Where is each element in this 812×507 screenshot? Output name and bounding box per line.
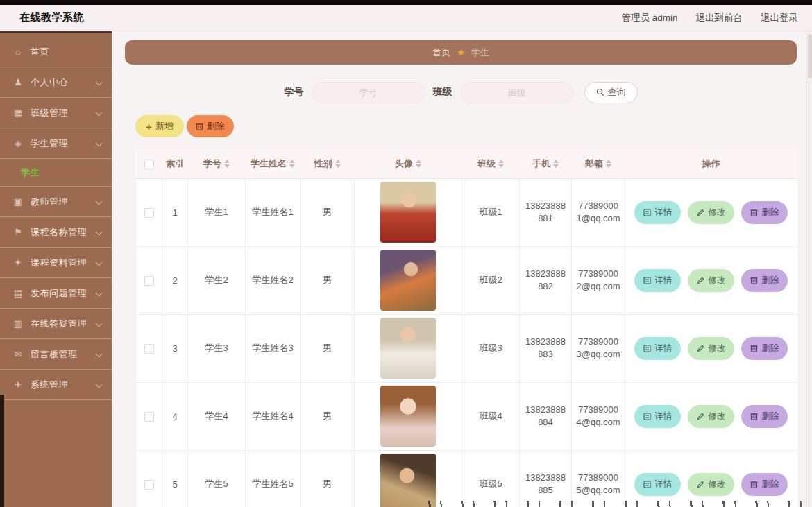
sort-icon[interactable] (289, 160, 295, 168)
sidebar-item-student-management[interactable]: ◈ 学生管理 (0, 128, 112, 159)
breadcrumb-current: 学生 (471, 46, 489, 59)
breadcrumb-home-link[interactable]: 首页 (432, 46, 450, 59)
cell-index: 4 (162, 382, 188, 450)
sidebar-item-message-board-management[interactable]: ✉ 留言板管理 (0, 339, 112, 370)
trash-icon (750, 276, 758, 284)
cell-student-no: 学生4 (188, 382, 246, 450)
cell-phone: 13823888884 (520, 382, 572, 450)
delete-button[interactable]: 删除 (741, 405, 788, 428)
sort-icon[interactable] (606, 160, 611, 168)
sidebar-item-home[interactable]: ⌂ 首页 (0, 37, 112, 67)
sort-icon[interactable] (498, 160, 504, 168)
detail-button[interactable]: 详情 (634, 405, 681, 428)
pencil-icon (697, 209, 704, 216)
cell-class: 班级3 (462, 314, 520, 382)
sidebar-item-label: 课程资料管理 (31, 257, 96, 269)
cell-index: 1 (162, 178, 188, 246)
class-input[interactable] (461, 82, 573, 103)
sidebar-item-question-management[interactable]: ▤ 发布问题管理 (0, 278, 112, 309)
query-button[interactable]: 查询 (584, 82, 638, 103)
chevron-down-icon (96, 260, 102, 266)
question-icon: ▤ (12, 288, 24, 298)
sort-icon[interactable] (553, 160, 559, 168)
vertical-scrollbar[interactable] (806, 31, 812, 507)
chevron-down-icon (96, 321, 102, 327)
logout-link[interactable]: 退出登录 (761, 12, 798, 24)
cell-class: 班级1 (462, 178, 520, 246)
table-row: 1 学生1 学生姓名1 男 班级1 13823888881 773890001@… (136, 178, 797, 246)
sidebar-item-label: 课程名称管理 (31, 226, 96, 239)
app-header: 在线教学系统 管理员 admin 退出到前台 退出登录 (0, 5, 812, 31)
class-icon: ▦ (12, 108, 24, 118)
sidebar-item-course-material-management[interactable]: ✦ 课程资料管理 (0, 248, 112, 278)
sidebar-item-class-management[interactable]: ▦ 班级管理 (0, 98, 112, 128)
avatar (380, 318, 436, 379)
trash-icon (750, 344, 758, 352)
sidebar-subitem-label: 学生 (21, 166, 40, 179)
student-no-label: 学号 (285, 86, 304, 98)
edit-button[interactable]: 修改 (688, 269, 734, 292)
breadcrumb: 首页 ★ 学生 (125, 40, 797, 65)
admin-user-link[interactable]: 管理员 admin (621, 12, 677, 24)
student-no-input[interactable] (312, 82, 425, 103)
sort-icon[interactable] (335, 160, 341, 168)
detail-button[interactable]: 详情 (634, 337, 681, 360)
chevron-down-icon (96, 291, 102, 296)
cell-email: 773890004@qq.com (572, 382, 625, 450)
cell-student-no: 学生1 (188, 178, 246, 246)
student-icon: ◈ (12, 138, 24, 148)
message-board-icon: ✉ (12, 349, 24, 359)
cell-phone: 13823888882 (520, 246, 572, 314)
chevron-down-icon (96, 230, 102, 235)
sidebar-item-online-qa-management[interactable]: ▥ 在线答疑管理 (0, 309, 112, 339)
sidebar-item-teacher-management[interactable]: ▣ 教师管理 (0, 187, 112, 217)
cell-name: 学生姓名1 (246, 178, 301, 246)
table-row: 2 学生2 学生姓名2 男 班级2 13823888882 773890002@… (136, 246, 797, 314)
exit-to-front-link[interactable]: 退出到前台 (696, 12, 743, 24)
bulk-delete-button[interactable]: 删除 (187, 115, 234, 137)
edit-button[interactable]: 修改 (688, 337, 734, 360)
pencil-icon (697, 413, 704, 420)
toolbar: + 新增 删除 (135, 115, 797, 137)
scrollbar-thumb[interactable] (808, 34, 812, 78)
sidebar-item-course-name-management[interactable]: ⚑ 课程名称管理 (0, 217, 112, 248)
trash-icon (750, 208, 758, 216)
edit-button[interactable]: 修改 (688, 473, 734, 496)
header-index: 索引 (166, 157, 184, 170)
sidebar-item-label: 教师管理 (31, 196, 96, 208)
delete-button[interactable]: 删除 (741, 337, 788, 360)
detail-button[interactable]: 详情 (634, 201, 681, 224)
select-all-checkbox[interactable] (144, 160, 154, 169)
sort-icon[interactable] (224, 160, 230, 168)
sidebar-item-system-management[interactable]: ✈ 系统管理 (0, 370, 112, 400)
add-button[interactable]: + 新增 (135, 115, 184, 137)
pencil-icon (697, 277, 704, 284)
row-checkbox[interactable] (144, 208, 154, 218)
row-checkbox[interactable] (144, 276, 154, 286)
delete-button[interactable]: 删除 (741, 269, 788, 292)
sidebar-subitem-student[interactable]: 学生 (0, 159, 112, 187)
topbar-links: 管理员 admin 退出到前台 退出登录 (621, 12, 798, 24)
sort-icon[interactable] (416, 160, 421, 168)
sidebar-item-label: 班级管理 (31, 107, 96, 119)
document-icon (643, 345, 651, 352)
avatar (380, 386, 436, 447)
delete-button[interactable]: 删除 (741, 473, 788, 496)
cell-email: 773890002@qq.com (572, 246, 625, 314)
sidebar-item-label: 个人中心 (31, 76, 96, 89)
chevron-down-icon (96, 80, 102, 85)
detail-button[interactable]: 详情 (634, 269, 681, 292)
edit-button[interactable]: 修改 (688, 405, 734, 428)
chevron-down-icon (96, 382, 102, 388)
cell-class: 班级5 (462, 450, 520, 507)
row-checkbox[interactable] (144, 412, 154, 422)
user-icon: ♟ (12, 77, 24, 87)
detail-button[interactable]: 详情 (634, 473, 681, 496)
sidebar-item-personal-center[interactable]: ♟ 个人中心 (0, 67, 112, 98)
row-checkbox[interactable] (144, 480, 154, 490)
header-email: 邮箱 (585, 157, 603, 170)
row-checkbox[interactable] (144, 344, 154, 354)
plus-icon: + (146, 121, 152, 132)
edit-button[interactable]: 修改 (688, 201, 734, 224)
delete-button[interactable]: 删除 (741, 201, 788, 224)
